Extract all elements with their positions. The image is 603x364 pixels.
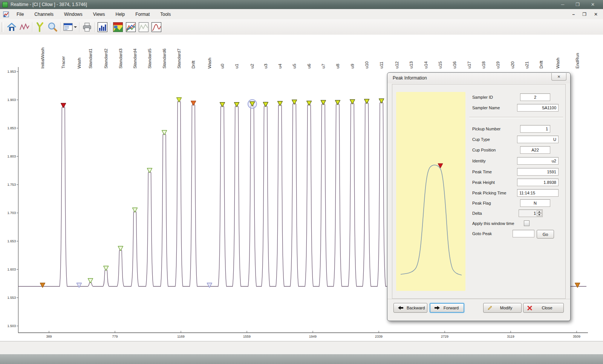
y-tick-label: 1.553 [7,296,16,300]
peak-marker-u9[interactable] [350,99,355,104]
dialog-title-bar[interactable]: Peak Information ✕ [387,73,570,83]
dialog-title: Peak Information [387,75,427,81]
checkbox-apply_window_time[interactable] [524,220,530,226]
delta-spinner[interactable] [537,210,542,216]
x-tick-label: 2729 [441,335,448,338]
field-row-goto_peak: Goto PeakGo [471,230,562,238]
close-button[interactable]: Close [523,303,564,313]
toolbar-multi-trace-icon[interactable] [125,21,137,33]
toolbar-separator [79,22,80,32]
modify-button[interactable]: Modify [483,303,522,313]
peak-marker-Standard4[interactable] [132,208,137,213]
toolbar-faded-chart-icon[interactable] [138,21,150,33]
spinner-up-button[interactable] [537,210,542,213]
field-cup_position-input[interactable]: A22 [520,146,550,154]
mdi-minimize-button[interactable]: – [572,12,575,17]
peak-marker-u3[interactable] [263,102,268,107]
peak-marker-Standard7[interactable] [177,98,182,102]
sample-label-Standard5: Standard5 [147,49,152,69]
toolbar-peak-pick-icon[interactable] [34,21,46,33]
peak-marker-Wash[interactable] [207,283,212,288]
toolbar-zoom-icon[interactable] [47,21,59,33]
toolbar-print-icon[interactable] [81,21,93,33]
peak-marker-EndRun[interactable] [575,283,580,288]
peak-marker-Standard6[interactable] [162,130,167,135]
backward-button-label: Backward [407,306,429,310]
field-row-peak_flag: Peak FlagN [471,199,562,208]
mdi-restore-button[interactable]: ❐ [582,12,586,17]
minimize-button[interactable]: ─ [561,2,565,7]
toolbar-bar-chart-icon[interactable] [96,21,109,33]
peak-marker-InitialWash[interactable] [40,283,45,288]
peak-marker-Standard5[interactable] [147,168,152,173]
field-row-cup_position: Cup PositionA22 [471,146,562,154]
sample-label-u4: u4 [278,64,282,69]
peak-marker-u5[interactable] [292,100,297,104]
peak-marker-u10[interactable] [364,99,369,104]
peak-preview-panel [396,92,465,291]
menu-windows[interactable]: Windows [60,10,86,18]
menu-format[interactable]: Format [132,10,153,18]
field-goto_peak-input[interactable] [513,230,534,237]
peak-marker-u11[interactable] [379,99,384,103]
field-sampler_name-input[interactable]: SA1100 [517,104,559,112]
peak-marker-u4[interactable] [277,101,282,106]
peak-marker-u0[interactable] [220,102,225,107]
sample-label-Standard6: Standard6 [162,49,167,69]
toolbar-curve-chart-icon[interactable] [150,21,162,33]
x-tick-label: 3119 [507,335,514,338]
backward-button[interactable]: Backward [393,303,427,313]
toolbar-trace-icon[interactable] [18,21,31,33]
pencil-icon [487,305,493,310]
sample-label-u12: u12 [395,61,399,69]
sample-label-Wash: Wash [207,58,212,69]
peak-marker-Standard2[interactable] [104,266,109,271]
sample-label-u20: u20 [510,61,515,69]
y-tick-label: 1.603 [7,268,16,271]
field-sampler_id-input[interactable]: 2 [520,93,550,101]
toolbar-image-view-icon[interactable] [112,21,124,33]
forward-button[interactable]: Forward [430,303,464,313]
x-tick-label: 1949 [309,335,317,338]
restore-button[interactable]: ❐ [575,2,580,7]
peak-marker-Drift[interactable] [191,101,196,106]
sample-label-u2: u2 [250,64,254,69]
go-button[interactable]: Go [537,230,554,239]
peak-marker-Standard1[interactable] [88,278,93,283]
peak-marker-u8[interactable] [335,100,340,105]
menu-help[interactable]: Help [112,10,129,18]
menu-tools[interactable]: Tools [156,10,174,18]
field-label-cup_type: Cup Type [472,137,490,142]
menu-channels[interactable]: Channels [31,10,57,18]
peak-marker-Standard3[interactable] [118,246,123,251]
dialog-close-button[interactable]: ✕ [551,73,566,81]
field-peak_flag-input[interactable]: N [520,199,550,207]
field-delta-input[interactable]: 1 [519,210,543,217]
sample-label-Standard1: Standard1 [88,49,93,69]
field-pickup_number-input[interactable]: 1 [520,125,550,133]
sample-label-Wash: Wash [556,58,560,69]
field-cup_type-input[interactable]: U [517,136,559,143]
mdi-close-button[interactable]: ✕ [594,12,598,17]
sample-label-EndRun: EndRun [575,53,580,69]
toolbar-home-icon[interactable] [6,21,18,33]
close-button[interactable]: ✕ [591,2,595,7]
field-peak_picking_time-input[interactable]: 11:14:15 [517,189,559,197]
peak-marker-u6[interactable] [307,101,312,106]
dropdown-caret-icon[interactable] [74,26,77,28]
toolbar-window-list-icon[interactable] [62,21,74,33]
field-peak_time-input[interactable]: 1591 [517,168,559,176]
menu-views[interactable]: Views [89,10,109,18]
peak-marker-u7[interactable] [321,100,326,105]
field-peak_height-input[interactable]: 1.8938 [517,179,559,186]
peak-marker-Tracer[interactable] [61,103,66,108]
peak-marker-Wash[interactable] [77,283,81,288]
menu-file[interactable]: File [13,10,28,18]
title-bar: Realtime - [Cl [ Cllow ] - 3874, 1.5746]… [0,0,603,9]
field-identity-input[interactable]: u2 [517,157,559,165]
spinner-down-button[interactable] [537,213,542,216]
peak-marker-u1[interactable] [234,102,239,107]
field-row-apply_window_time: Apply this window time [471,220,562,228]
sample-label-u21: u21 [525,61,529,69]
forward-button-label: Forward [443,306,464,310]
